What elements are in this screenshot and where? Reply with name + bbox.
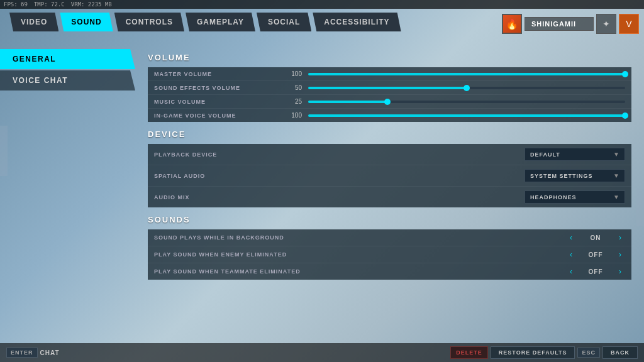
spatial-audio-select[interactable]: SYSTEM SETTINGS ▼ — [525, 169, 625, 182]
settings-icon[interactable]: ✦ — [596, 14, 616, 34]
playback-device-select[interactable]: DEFAULT ▼ — [525, 148, 625, 161]
sfx-volume-label: SOUND EFFECTS VOLUME — [154, 85, 280, 91]
deco-left — [0, 126, 8, 176]
username: SHINIGAMII — [525, 17, 594, 31]
sounds-section: SOUND PLAYS WHILE IN BACKGROUND ‹ ON › P… — [148, 229, 631, 280]
status-bar: FPS: 69 TMP: 72.C VRM: 2235 MB — [0, 0, 644, 9]
master-volume-value: 100 — [280, 70, 302, 77]
music-volume-row: MUSIC VOLUME 25 — [148, 95, 631, 109]
music-volume-slider[interactable] — [308, 101, 625, 103]
sfx-volume-slider[interactable] — [308, 87, 625, 89]
ingame-voice-row: IN-GAME VOICE VOLUME 100 — [148, 109, 631, 122]
toggle-left-icon[interactable]: ‹ — [566, 233, 576, 242]
ingame-voice-value: 100 — [280, 112, 302, 119]
chat-label: CHAT — [40, 349, 60, 356]
spatial-audio-row: SPATIAL AUDIO SYSTEM SETTINGS ▼ — [148, 165, 631, 187]
music-volume-value: 25 — [280, 98, 302, 105]
tab-gameplay[interactable]: GAMEPLAY — [186, 13, 255, 31]
spatial-audio-value: SYSTEM SETTINGS — [530, 173, 609, 179]
main-content: GENERAL VOICE CHAT VOLUME MASTER VOLUME … — [0, 43, 644, 343]
audio-mix-label: AUDIO MIX — [154, 194, 525, 200]
audio-mix-value: HEADPHONES — [530, 194, 609, 200]
sfx-volume-row: SOUND EFFECTS VOLUME 50 — [148, 81, 631, 95]
enter-key-badge: ENTER — [6, 348, 38, 358]
playback-device-row: PLAYBACK DEVICE DEFAULT ▼ — [148, 144, 631, 165]
bottom-right: DELETE RESTORE DEFAULTS ESC BACK — [450, 346, 638, 359]
user-area: 🔥 SHINIGAMII ✦ V — [502, 14, 639, 34]
chevron-down-icon: ▼ — [613, 194, 619, 200]
settings-panel: VOLUME MASTER VOLUME 100 SOUND EFFECTS V… — [135, 43, 644, 343]
tmp-counter: TMP: 72.C — [34, 1, 65, 8]
vrm-counter: VRM: 2235 MB — [71, 1, 112, 8]
music-volume-label: MUSIC VOLUME — [154, 99, 280, 105]
enemy-elim-label: PLAY SOUND WHEN ENEMY ELIMINATED — [154, 251, 566, 258]
teammate-elim-label: PLAY SOUND WHEN TEAMMATE ELIMINATED — [154, 268, 566, 275]
bg-sound-value: ON — [580, 234, 611, 241]
toggle-left-icon[interactable]: ‹ — [566, 250, 576, 259]
toggle-left-icon[interactable]: ‹ — [566, 267, 576, 276]
device-section: PLAYBACK DEVICE DEFAULT ▼ SPATIAL AUDIO … — [148, 144, 631, 207]
master-volume-slider[interactable] — [308, 73, 625, 75]
bg-sound-label: SOUND PLAYS WHILE IN BACKGROUND — [154, 234, 566, 241]
tab-video[interactable]: VIDEO — [9, 13, 58, 31]
teammate-elim-row: PLAY SOUND WHEN TEAMMATE ELIMINATED ‹ OF… — [148, 263, 631, 280]
sounds-section-title: SOUNDS — [148, 215, 631, 224]
tab-controls[interactable]: CONTROLS — [114, 13, 184, 31]
enemy-elim-value: OFF — [580, 251, 611, 258]
bottom-bar: ENTER CHAT DELETE RESTORE DEFAULTS ESC B… — [0, 343, 644, 362]
playback-device-value: DEFAULT — [530, 151, 609, 158]
teammate-elim-value: OFF — [580, 268, 611, 275]
enemy-elim-toggle: ‹ OFF › — [566, 250, 625, 259]
master-volume-row: MASTER VOLUME 100 — [148, 67, 631, 81]
playback-device-label: PLAYBACK DEVICE — [154, 151, 525, 158]
delete-button[interactable]: DELETE — [450, 346, 488, 359]
chevron-down-icon: ▼ — [613, 151, 619, 158]
bottom-left: ENTER CHAT — [6, 348, 60, 358]
deco-right — [636, 189, 644, 226]
bg-sound-toggle: ‹ ON › — [566, 233, 625, 242]
teammate-elim-toggle: ‹ OFF › — [566, 267, 625, 276]
toggle-right-icon[interactable]: › — [615, 267, 625, 276]
nav-tabs: VIDEO SOUND CONTROLS GAMEPLAY SOCIAL ACC… — [9, 13, 401, 31]
audio-mix-select[interactable]: HEADPHONES ▼ — [525, 190, 625, 204]
enemy-elim-row: PLAY SOUND WHEN ENEMY ELIMINATED ‹ OFF › — [148, 246, 631, 263]
avatar: 🔥 — [502, 14, 522, 34]
volume-section: MASTER VOLUME 100 SOUND EFFECTS VOLUME 5… — [148, 67, 631, 122]
ingame-voice-label: IN-GAME VOICE VOLUME — [154, 112, 280, 119]
tab-accessibility[interactable]: ACCESSIBILITY — [313, 13, 401, 31]
device-section-title: DEVICE — [148, 129, 631, 139]
fps-counter: FPS: 69 — [4, 1, 28, 8]
spatial-audio-label: SPATIAL AUDIO — [154, 173, 525, 179]
valorant-icon[interactable]: V — [619, 14, 639, 34]
bg-sound-row: SOUND PLAYS WHILE IN BACKGROUND ‹ ON › — [148, 229, 631, 246]
esc-key-badge: ESC — [577, 348, 600, 358]
ingame-voice-slider[interactable] — [308, 114, 625, 117]
toggle-right-icon[interactable]: › — [615, 233, 625, 242]
tab-sound[interactable]: SOUND — [60, 13, 113, 31]
volume-section-title: VOLUME — [148, 53, 631, 62]
sidebar-item-voice-chat[interactable]: VOICE CHAT — [0, 70, 135, 90]
back-button[interactable]: BACK — [602, 346, 638, 359]
tab-social[interactable]: SOCIAL — [257, 13, 311, 31]
chevron-down-icon: ▼ — [613, 172, 619, 179]
sfx-volume-value: 50 — [280, 84, 302, 91]
sidebar: GENERAL VOICE CHAT — [0, 43, 135, 343]
restore-defaults-button[interactable]: RESTORE DEFAULTS — [491, 346, 575, 359]
audio-mix-row: AUDIO MIX HEADPHONES ▼ — [148, 187, 631, 207]
sidebar-item-general[interactable]: GENERAL — [0, 49, 135, 69]
master-volume-label: MASTER VOLUME — [154, 71, 280, 77]
toggle-right-icon[interactable]: › — [615, 250, 625, 259]
